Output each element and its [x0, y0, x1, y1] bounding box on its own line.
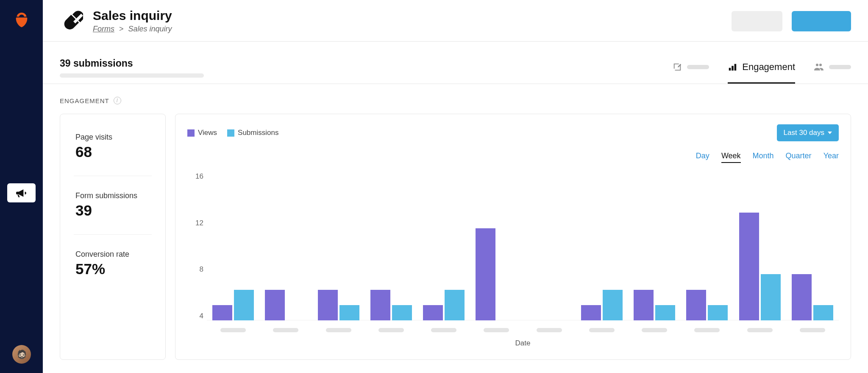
chart-y-axis: 16 12 8 4 [187, 171, 207, 348]
svg-rect-2 [732, 66, 734, 70]
chart-bar-views[interactable] [792, 274, 812, 320]
stat-form-submissions-label: Form submissions [75, 191, 150, 200]
chart-bar-views[interactable] [423, 305, 443, 320]
section-label: Engagement i [60, 97, 851, 104]
y-tick: 8 [200, 265, 203, 274]
submissions-progress-bar [60, 73, 204, 78]
chart-x-tick-placeholder [694, 328, 720, 332]
subheader-summary: 39 submissions [60, 58, 204, 78]
chart-bar-views[interactable] [212, 305, 232, 320]
legend-views-label: Views [198, 129, 217, 137]
legend-views-swatch [187, 129, 195, 137]
stat-divider [74, 176, 152, 176]
chart-bar-views[interactable] [318, 290, 338, 321]
tab-engagement[interactable]: Engagement [728, 52, 795, 84]
legend-views[interactable]: Views [187, 129, 217, 137]
chart-bar-submissions[interactable] [655, 305, 675, 320]
period-day[interactable]: Day [696, 151, 709, 163]
chart-bar-group [786, 197, 839, 320]
stat-form-submissions: Form submissions 39 [75, 191, 150, 219]
chart-bar-submissions[interactable] [813, 305, 833, 320]
chart-x-tick [576, 328, 628, 332]
user-avatar[interactable]: 🧔🏻 [12, 345, 31, 364]
form-magnet-icon [60, 9, 84, 34]
chart-x-tick-placeholder [642, 328, 667, 332]
chart-x-tick [628, 328, 681, 332]
date-range-label: Last 30 days [784, 129, 824, 137]
chart-bar-views[interactable] [739, 213, 759, 320]
chart-x-tick [259, 328, 312, 332]
chart-bar-submissions[interactable] [761, 274, 781, 320]
chart-x-tick-placeholder [537, 328, 562, 332]
chart-x-tick [523, 328, 576, 332]
chart-x-tick-placeholder [747, 328, 773, 332]
y-tick: 16 [195, 172, 203, 181]
period-month[interactable]: Month [753, 151, 774, 163]
chart-plot: Date [207, 171, 839, 348]
chart-plot-area: 16 12 8 4 Date [187, 171, 839, 348]
chart-legend: Views Submissions [187, 129, 278, 137]
chart-bar-views[interactable] [634, 290, 654, 321]
submissions-count: 39 submissions [60, 58, 204, 69]
stat-page-visits: Page visits 68 [75, 133, 150, 160]
period-week[interactable]: Week [721, 151, 741, 163]
chart-card: Views Submissions Last 30 days Day W [175, 114, 851, 360]
header-secondary-button[interactable] [732, 11, 782, 31]
header-actions [732, 11, 851, 31]
chart-x-tick [470, 328, 523, 332]
page-header: Sales inquiry Forms > Sales inquiry [43, 0, 868, 42]
svg-rect-1 [729, 68, 731, 70]
chart-bar-submissions[interactable] [392, 305, 412, 320]
chart-bar-group [628, 197, 681, 320]
app-logo-icon[interactable] [12, 10, 31, 32]
period-quarter[interactable]: Quarter [786, 151, 812, 163]
chart-x-tick-placeholder [431, 328, 456, 332]
breadcrumb: Forms > Sales inquiry [93, 25, 172, 34]
legend-submissions[interactable]: Submissions [227, 129, 278, 137]
chart-bar-views[interactable] [370, 290, 390, 321]
chart-bar-group [576, 197, 628, 320]
chart-bar-group [523, 197, 576, 320]
header-primary-button[interactable] [792, 11, 851, 31]
chart-bar-submissions[interactable] [234, 290, 254, 321]
sidebar-item-campaigns[interactable] [7, 183, 36, 202]
chart-bar-submissions[interactable] [339, 305, 359, 320]
chart-x-labels [207, 328, 839, 332]
chart-x-tick-placeholder [220, 328, 246, 332]
svg-rect-3 [734, 64, 737, 71]
chart-x-tick [365, 328, 417, 332]
info-icon[interactable]: i [114, 97, 121, 104]
stat-divider [74, 234, 152, 235]
y-tick: 12 [195, 219, 203, 227]
chart-bar-views[interactable] [265, 290, 285, 321]
chart-bar-group [365, 197, 417, 320]
tab-edit[interactable] [673, 52, 709, 84]
chart-bar-submissions[interactable] [445, 290, 465, 321]
pencil-square-icon [673, 62, 682, 72]
section-label-text: Engagement [60, 97, 109, 104]
chart-bar-submissions[interactable] [708, 305, 728, 320]
y-tick: 4 [200, 312, 203, 320]
chart-bar-group [417, 197, 470, 320]
stat-conversion-rate: Conversion rate 57% [75, 250, 150, 278]
period-tabs: Day Week Month Quarter Year [187, 151, 839, 163]
main-content: Sales inquiry Forms > Sales inquiry 39 s… [43, 0, 868, 373]
chart-bars [207, 197, 839, 320]
chart-bar-submissions[interactable] [603, 290, 623, 321]
breadcrumb-root-link[interactable]: Forms [93, 25, 114, 33]
date-range-dropdown[interactable]: Last 30 days [777, 124, 839, 141]
svg-point-4 [816, 64, 818, 66]
tab-edit-placeholder [687, 65, 709, 69]
tab-responses[interactable] [814, 52, 851, 84]
chart-bar-views[interactable] [686, 290, 706, 321]
chart-x-tick-placeholder [800, 328, 825, 332]
chart-bar-group [470, 197, 523, 320]
body: Engagement i Page visits 68 Form submiss… [43, 84, 868, 373]
chart-bar-group [207, 197, 259, 320]
period-year[interactable]: Year [823, 151, 839, 163]
chart-bar-group [734, 197, 786, 320]
chart-bar-views[interactable] [476, 228, 495, 321]
chart-x-tick-placeholder [378, 328, 404, 332]
chart-bar-views[interactable] [581, 305, 601, 320]
stat-conversion-rate-label: Conversion rate [75, 250, 150, 259]
